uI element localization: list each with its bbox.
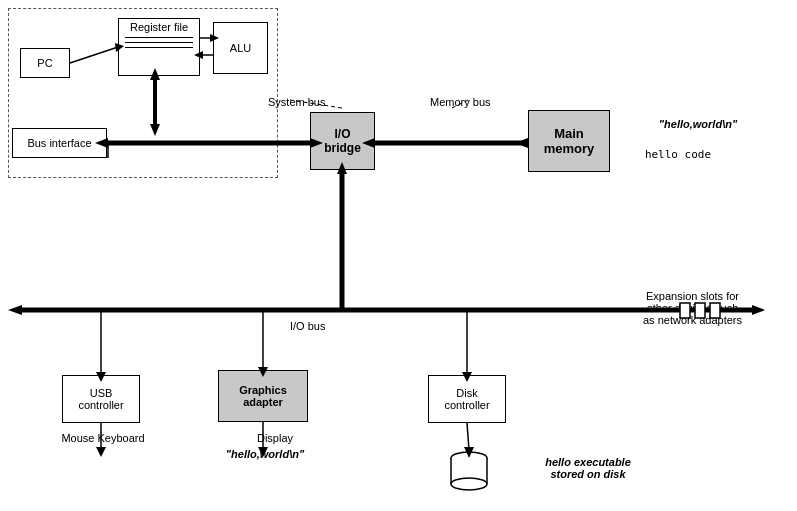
alu-box: ALU <box>213 22 268 74</box>
bus-interface-box: Bus interface <box>12 128 107 158</box>
register-file-label: Register file <box>119 21 199 33</box>
disk-controller-label: Diskcontroller <box>444 387 489 411</box>
disk-controller-box: Diskcontroller <box>428 375 506 423</box>
svg-point-4 <box>451 478 487 490</box>
svg-marker-24 <box>8 305 22 315</box>
svg-line-41 <box>467 423 469 450</box>
disk-icon <box>448 450 490 492</box>
graphics-adapter-label: Graphicsadapter <box>239 384 287 408</box>
hello-code-label: hello code <box>618 148 738 161</box>
register-file-box: Register file <box>118 18 200 76</box>
io-bridge-box: I/Obridge <box>310 112 375 170</box>
svg-marker-10 <box>515 138 528 148</box>
expansion-slots-label: Expansion slots forother devices suchas … <box>615 290 770 326</box>
hello-world-label: "hello,world\n" <box>618 118 778 130</box>
hello-world-display-label: "hello,world\n" <box>205 448 325 460</box>
memory-bus-label: Memory bus <box>430 96 491 108</box>
io-bridge-label: I/Obridge <box>324 127 361 155</box>
usb-controller-box: USBcontroller <box>62 375 140 423</box>
mouse-keyboard-label: Mouse Keyboard <box>48 432 158 444</box>
hello-executable-label: hello executablestored on disk <box>518 456 658 480</box>
alu-label: ALU <box>230 42 251 54</box>
main-memory-label: Mainmemory <box>544 126 595 156</box>
computer-architecture-diagram: PC Register file ALU Bus interface I/Obr… <box>0 0 797 511</box>
system-bus-label: System bus <box>268 96 325 108</box>
pc-box: PC <box>20 48 70 78</box>
usb-controller-label: USBcontroller <box>78 387 123 411</box>
pc-label: PC <box>37 57 52 69</box>
graphics-adapter-box: Graphicsadapter <box>218 370 308 422</box>
display-label: Display <box>235 432 315 444</box>
io-bus-label: I/O bus <box>290 320 325 332</box>
bus-interface-label: Bus interface <box>27 137 91 149</box>
main-memory-box: Mainmemory <box>528 110 610 172</box>
svg-marker-38 <box>96 447 106 457</box>
